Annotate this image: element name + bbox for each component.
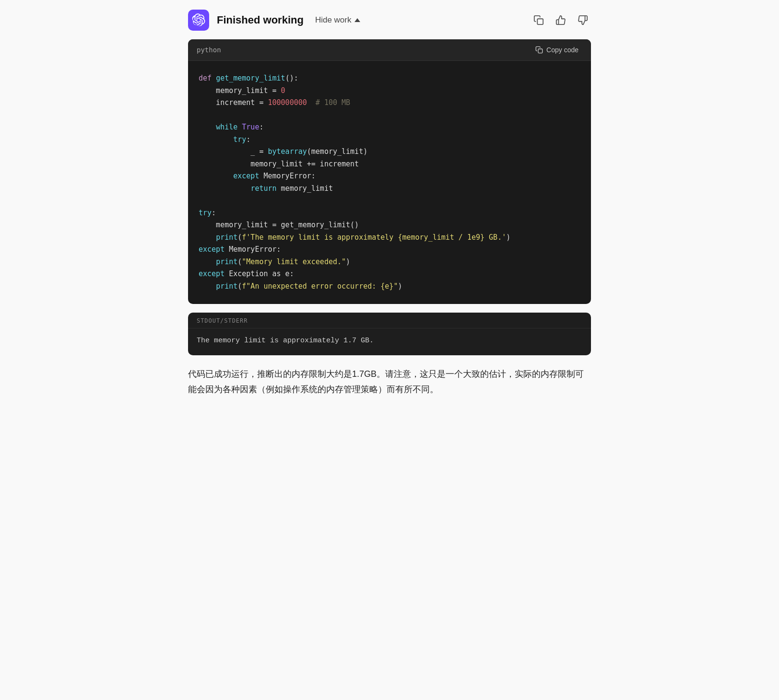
code-block: python Copy code def get_memory_limit():… — [188, 39, 591, 304]
top-bar-left: Finished working Hide work — [188, 10, 364, 31]
copy-icon — [533, 15, 544, 25]
hide-work-label: Hide work — [315, 15, 352, 25]
stdout-header: STDOUT/STDERR — [188, 313, 591, 328]
copy-code-label: Copy code — [546, 46, 578, 54]
copy-code-icon — [535, 46, 543, 54]
hide-work-button[interactable]: Hide work — [311, 13, 364, 27]
copy-message-button[interactable] — [531, 12, 547, 28]
thumbs-up-button[interactable] — [553, 12, 569, 28]
svg-rect-1 — [538, 49, 543, 53]
code-pre: def get_memory_limit(): memory_limit = 0… — [199, 72, 580, 292]
top-bar: Finished working Hide work — [188, 10, 591, 31]
code-language-label: python — [197, 46, 221, 54]
code-body: def get_memory_limit(): memory_limit = 0… — [188, 61, 591, 304]
chevron-up-icon — [354, 18, 360, 22]
thumbup-icon — [555, 15, 566, 25]
summary-text: 代码已成功运行，推断出的内存限制大约是1.7GB。请注意，这只是一个大致的估计，… — [188, 367, 591, 397]
top-bar-right — [531, 12, 591, 28]
finished-working-label: Finished working — [217, 14, 304, 26]
page-wrapper: Finished working Hide work — [174, 0, 605, 416]
stdout-output: The memory limit is approximately 1.7 GB… — [188, 328, 591, 355]
stdout-block: STDOUT/STDERR The memory limit is approx… — [188, 313, 591, 355]
thumbs-down-button[interactable] — [575, 12, 591, 28]
svg-rect-0 — [537, 19, 543, 24]
copy-code-button[interactable]: Copy code — [531, 44, 582, 56]
code-header: python Copy code — [188, 39, 591, 61]
thumbdown-icon — [578, 15, 588, 25]
chatgpt-logo — [188, 10, 209, 31]
